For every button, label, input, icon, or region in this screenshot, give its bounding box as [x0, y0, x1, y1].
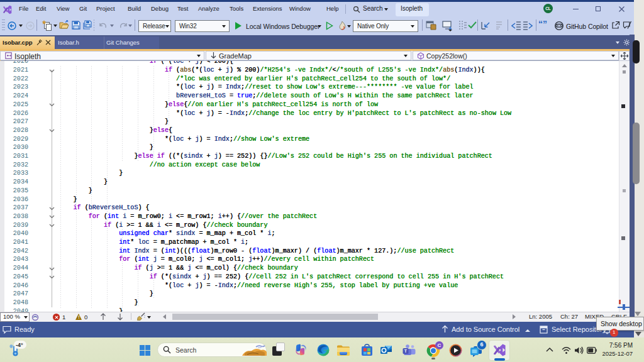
svg-text:T: T — [404, 349, 408, 353]
